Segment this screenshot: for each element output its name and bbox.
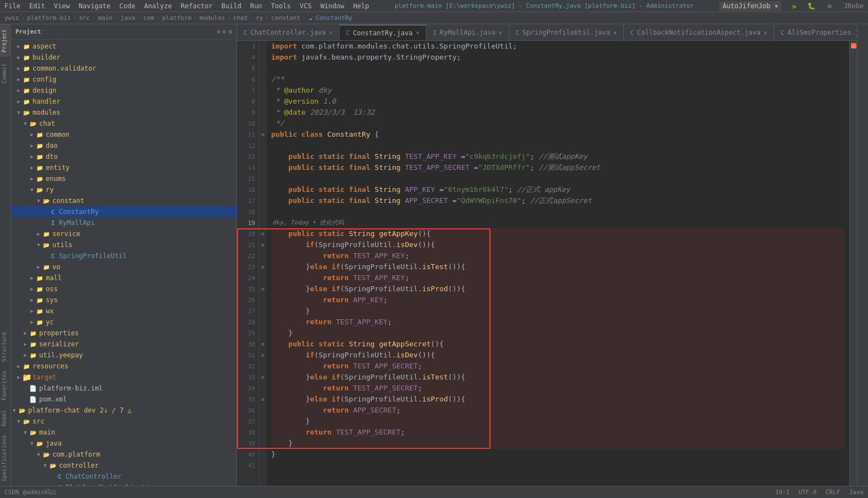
menu-refactor[interactable]: Refactor	[181, 2, 213, 10]
tree-item-service[interactable]: ▶ 📁 service	[11, 228, 236, 239]
gutter-fold-35[interactable]: ⊟	[259, 394, 267, 405]
tree-item-java[interactable]: ▼ 📂 java	[11, 438, 236, 449]
collapse-icon[interactable]: ≡	[223, 28, 227, 35]
menu-run[interactable]: Run	[250, 2, 262, 10]
tree-item-dto[interactable]: ▶ 📁 dto	[11, 151, 236, 162]
tree-item-serializer[interactable]: ▶ 📁 serializer	[11, 339, 236, 350]
tab-close-callbacknotificationaspect[interactable]: ×	[764, 30, 767, 36]
bc-constant[interactable]: constant	[271, 14, 300, 22]
menu-edit[interactable]: Edit	[29, 2, 45, 10]
menu-vcs[interactable]: VCS	[300, 2, 312, 10]
settings-panel-icon[interactable]: ⚙	[228, 28, 232, 35]
tree-item-target[interactable]: ▶ 📁 target	[11, 372, 236, 383]
menu-help[interactable]: Help	[353, 2, 369, 10]
debug-button[interactable]: 🐛	[807, 2, 816, 10]
tab-chatcontroller[interactable]: C ChatController.java ×	[237, 25, 339, 40]
bc-java[interactable]: java	[121, 14, 136, 22]
tree-item-platform-biz-iml[interactable]: 📄 platform-biz.iml	[11, 383, 236, 394]
bc-ywsz[interactable]: ywsz	[4, 14, 19, 22]
project-side-tab[interactable]: Project	[0, 24, 10, 57]
gutter-fold-20[interactable]: ⊟	[259, 228, 267, 239]
tree-item-builder[interactable]: ▶ 📁 builder	[11, 52, 236, 63]
tree-item-enums[interactable]: ▶ 📁 enums	[11, 173, 236, 184]
gutter-fold-30[interactable]: ⊟	[259, 339, 267, 350]
tree-item-platformchatapplication[interactable]: C PlatformChatApplication	[11, 482, 236, 486]
tree-item-ry[interactable]: ▼ 📂 ry	[11, 184, 236, 195]
tree-item-constantry[interactable]: C ConstantRy	[11, 206, 236, 217]
tree-item-main[interactable]: ▼ 📂 main	[11, 427, 236, 438]
gutter-fold-21[interactable]: ⊟	[259, 239, 267, 250]
gutter-fold-23[interactable]: ⊟	[259, 261, 267, 272]
tree-item-platform-chat[interactable]: ▼ 📂 platform-chat dev 2↓ / 7 △	[11, 405, 236, 416]
tree-item-util-yeepay[interactable]: ▶ 📁 util.yeepay	[11, 350, 236, 361]
commit-side-tab[interactable]: Commit	[0, 59, 10, 88]
tree-item-pom-xml[interactable]: 📄 pom.xml	[11, 394, 236, 405]
code-area[interactable]: import com.platform.modules.chat.utils.S…	[267, 41, 849, 486]
tree-item-vo[interactable]: ▶ 📁 vo	[11, 261, 236, 272]
tree-item-entity[interactable]: ▶ 📁 entity	[11, 162, 236, 173]
tree-item-design[interactable]: ▶ 📁 design	[11, 85, 236, 96]
menu-file[interactable]: File	[4, 2, 20, 10]
tree-item-common-validator[interactable]: ▶ 📁 common.validator	[11, 63, 236, 74]
bc-modules[interactable]: modules	[200, 14, 225, 22]
tab-close-chatcontroller[interactable]: ×	[329, 30, 332, 36]
bc-constantry[interactable]: ☁ ConstantRy	[309, 14, 352, 22]
tree-item-src[interactable]: ▼ 📂 src	[11, 416, 236, 427]
scm-tab[interactable]: Specifications	[0, 431, 10, 486]
tab-constantry[interactable]: C ConstantRy.java ×	[339, 25, 426, 40]
tab-callbacknotificationaspect[interactable]: C CallbackNotificationAspect.java ×	[624, 25, 774, 40]
tree-item-wx[interactable]: ▶ 📁 wx	[11, 306, 236, 317]
tree-item-rymallapi[interactable]: I RyMallApi	[11, 217, 236, 228]
tree-item-mall[interactable]: ▶ 📁 mall	[11, 272, 236, 283]
bc-src[interactable]: src	[79, 14, 90, 22]
tree-item-handler[interactable]: ▶ 📁 handler	[11, 96, 236, 107]
gutter-fold-31[interactable]: ⊟	[259, 350, 267, 361]
tree-item-properties[interactable]: ▶ 📁 properties	[11, 328, 236, 339]
tree-item-dao[interactable]: ▶ 📁 dao	[11, 140, 236, 151]
tree-item-config[interactable]: ▶ 📁 config	[11, 74, 236, 85]
menu-view[interactable]: View	[54, 2, 70, 10]
tree-item-constant[interactable]: ▼ 📂 constant	[11, 195, 236, 206]
sync-icon[interactable]: ⚙	[217, 28, 220, 35]
tab-close-springprofileutil[interactable]: ×	[613, 30, 617, 36]
gutter-fold-33[interactable]: ⊟	[259, 372, 267, 383]
bc-platform[interactable]: platform	[162, 14, 191, 22]
tab-rymallapi[interactable]: I RyMallApi.java ×	[427, 25, 509, 40]
tab-springprofileutil[interactable]: C SpringProfileUtil.java ×	[509, 25, 624, 40]
bc-ry[interactable]: ry	[256, 14, 263, 22]
tree-item-yc[interactable]: ▶ 📁 yc	[11, 317, 236, 328]
auto-run-dropdown[interactable]: AutoJifenJob ▾	[719, 1, 781, 11]
structure-side-tab[interactable]: Structure	[0, 328, 10, 366]
tree-item-controller[interactable]: ▼ 📂 controller	[11, 460, 236, 471]
tab-close-rymallapi[interactable]: ×	[499, 30, 502, 36]
menu-analyze[interactable]: Analyze	[144, 2, 172, 10]
tab-alismsproperties[interactable]: C AliSmsProperties.java ×	[774, 25, 857, 40]
menu-navigate[interactable]: Navigate	[79, 2, 111, 10]
tree-item-chatcontroller[interactable]: C ChatController	[11, 471, 236, 482]
gutter-fold-25[interactable]: ⊟	[259, 283, 267, 294]
tree-item-com-platform[interactable]: ▼ 📂 com.platform	[11, 449, 236, 460]
settings-icon[interactable]: ⚙	[828, 2, 832, 10]
bc-main[interactable]: main	[98, 14, 113, 22]
run-button[interactable]: ▶	[792, 2, 797, 10]
tree-item-resources[interactable]: ▶ 📁 resources	[11, 361, 236, 372]
tree-item-oss[interactable]: ▶ 📁 oss	[11, 283, 236, 294]
tree-item-springprofileutil[interactable]: C SpringProfileUtil	[11, 250, 236, 261]
menu-code[interactable]: Code	[120, 2, 136, 10]
tree-item-common[interactable]: ▶ 📁 common	[11, 129, 236, 140]
tree-item-utils[interactable]: ▼ 📂 utils	[11, 239, 236, 250]
tree-item-aspect[interactable]: ▶ 📁 aspect	[11, 41, 236, 52]
bc-platform-biz[interactable]: platform-biz	[27, 14, 71, 22]
menu-build[interactable]: Build	[222, 2, 241, 10]
menu-tools[interactable]: Tools	[271, 2, 291, 10]
favorites-side-tab[interactable]: Favorites	[0, 366, 10, 405]
menu-window[interactable]: Window	[320, 2, 344, 10]
bc-chat[interactable]: chat	[233, 14, 248, 22]
rebel-side-tab[interactable]: Rebel	[0, 405, 10, 431]
gutter-fold-11[interactable]: ⊟	[259, 129, 267, 140]
tree-item-sys[interactable]: ▶ 📁 sys	[11, 294, 236, 306]
bc-com[interactable]: com	[143, 14, 154, 22]
tree-item-chat[interactable]: ▼ 📂 chat	[11, 118, 236, 129]
tab-close-constantry[interactable]: ×	[416, 30, 419, 36]
tree-item-modules[interactable]: ▼ 📂 modules	[11, 107, 236, 118]
